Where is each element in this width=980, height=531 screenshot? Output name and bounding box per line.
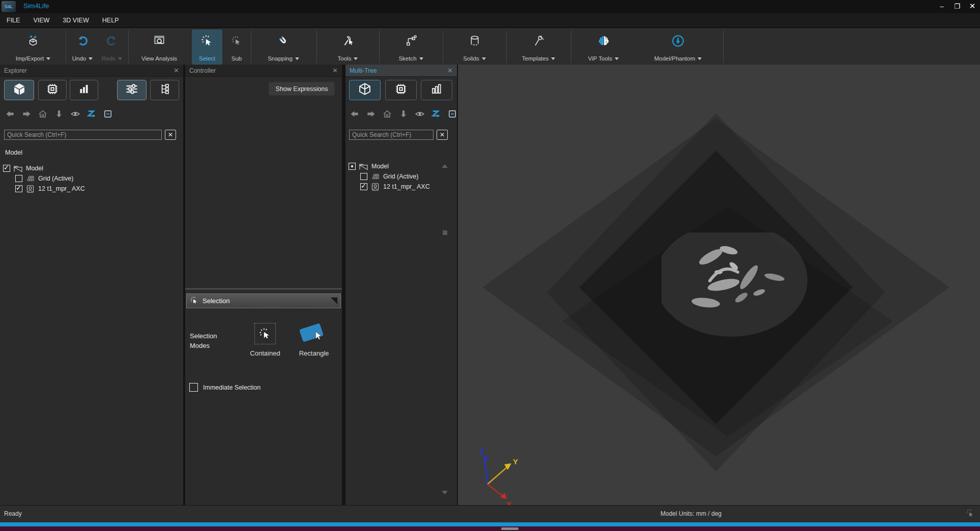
multitree-model-view-button[interactable] — [349, 80, 381, 100]
explorer-hierarchy-view-button[interactable] — [150, 80, 179, 100]
tree-item-grid[interactable]: Grid (Active) — [360, 171, 418, 182]
multi-tree-title: Multi-Tree — [350, 67, 377, 74]
home-icon[interactable] — [38, 109, 48, 119]
sketch-button[interactable]: Sketch — [381, 29, 441, 65]
tree-item-grid[interactable]: Grid (Active) — [15, 173, 73, 184]
tree-item-model[interactable]: Model — [3, 163, 43, 173]
scroll-down-icon[interactable] — [442, 491, 448, 494]
folder-icon — [13, 164, 23, 173]
view-analysis-button[interactable]: View Analysis — [130, 29, 188, 65]
minimize-button[interactable]: – — [934, 0, 949, 12]
status-bar: Ready Model Units: mm / deg — [0, 505, 980, 522]
redo-icon — [106, 34, 118, 48]
collapse-all-icon[interactable] — [447, 109, 457, 119]
imp-export-button[interactable]: Imp/Export — [4, 29, 62, 65]
solids-cylinder-icon — [468, 34, 481, 48]
close-icon[interactable]: ✕ — [332, 67, 338, 74]
explorer-search-input[interactable] — [4, 130, 162, 140]
forward-icon[interactable] — [21, 109, 32, 119]
home-icon[interactable] — [382, 109, 392, 119]
undo-label: Undo — [72, 55, 87, 62]
chevron-down-icon — [482, 57, 486, 60]
bar-chart-icon — [77, 82, 91, 98]
hierarchy-icon — [158, 82, 171, 98]
multi-tree-panel: Multi-Tree✕ ✕ — [345, 65, 457, 505]
selection-mode-contained[interactable]: Contained — [242, 323, 288, 357]
snapping-magnet-icon — [277, 34, 290, 48]
contained-mode-icon — [254, 323, 276, 344]
solids-button[interactable]: Solids — [445, 29, 504, 65]
menu-view[interactable]: VIEW — [26, 17, 56, 24]
multitree-search-input[interactable] — [349, 130, 434, 140]
down-arrow-icon[interactable] — [398, 109, 409, 119]
templates-button[interactable]: Templates — [508, 29, 569, 65]
collapse-all-icon[interactable] — [103, 109, 113, 119]
sketch-label: Sketch — [398, 55, 416, 62]
selection-modes-label: SelectionModes — [190, 331, 217, 350]
axis-z-label: Z — [480, 447, 484, 456]
grid-checkbox[interactable] — [15, 175, 22, 182]
close-icon[interactable]: ✕ — [174, 67, 179, 74]
close-icon[interactable]: ✕ — [447, 67, 453, 74]
sim4life-window: S4L Sim4Life – ❐ ✕ FILE VIEW 3D VIEW HEL… — [0, 0, 980, 531]
mri-structures — [661, 232, 814, 344]
explorer-simulation-view-button[interactable] — [38, 80, 67, 100]
redo-button[interactable]: Redo — [98, 29, 126, 65]
back-icon[interactable] — [350, 109, 360, 119]
visibility-eye-icon[interactable] — [415, 109, 425, 119]
multitree-simulation-view-button[interactable] — [385, 80, 417, 100]
scrollbar-thumb[interactable] — [443, 230, 447, 235]
multitree-analysis-view-button[interactable] — [421, 80, 452, 100]
toolbar-separator — [723, 31, 724, 63]
select-label: Select — [199, 55, 215, 62]
menu-file[interactable]: FILE — [0, 17, 26, 24]
selection-section-header[interactable]: Selection — [186, 293, 341, 308]
3d-viewport[interactable]: Z Y X — [458, 65, 980, 505]
model-checkbox[interactable] — [349, 163, 356, 170]
grid-checkbox[interactable] — [360, 173, 367, 180]
visibility-eye-icon[interactable] — [70, 109, 80, 119]
immediate-selection-row[interactable]: Immediate Selection — [189, 383, 261, 392]
cube-outline-icon — [358, 82, 372, 98]
maximize-button[interactable]: ❐ — [949, 0, 965, 12]
image-checkbox[interactable] — [15, 185, 22, 192]
axis-y-label: Y — [513, 457, 518, 466]
selection-mode-rectangle[interactable]: Rectangle — [291, 323, 337, 357]
menu-help[interactable]: HELP — [96, 17, 126, 24]
vip-tools-label: ViP Tools — [588, 55, 612, 62]
image-checkbox[interactable] — [360, 183, 367, 190]
tools-button[interactable]: Tools — [319, 29, 377, 65]
model-checkbox[interactable] — [3, 165, 10, 172]
multitree-search-clear-button[interactable]: ✕ — [437, 130, 448, 140]
down-arrow-icon[interactable] — [54, 109, 64, 119]
immediate-selection-checkbox[interactable] — [189, 383, 198, 392]
undo-button[interactable]: Undo — [68, 29, 97, 65]
model-phantom-button[interactable]: Model/Phantom — [636, 29, 720, 65]
scroll-up-icon[interactable] — [442, 164, 448, 168]
explorer-settings-view-button[interactable] — [117, 80, 147, 100]
sliders-icon — [125, 82, 139, 98]
explorer-title: Explorer — [4, 67, 27, 74]
explorer-search-clear-button[interactable]: ✕ — [165, 130, 176, 140]
tree-item-image[interactable]: 12 t1_mpr_ AXC — [15, 184, 85, 194]
show-expressions-button[interactable]: Show Expressions — [269, 82, 335, 96]
zoom-to-z-icon[interactable] — [87, 109, 97, 119]
close-button[interactable]: ✕ — [965, 0, 980, 12]
explorer-analysis-view-button[interactable] — [70, 80, 98, 100]
toolbar-separator — [66, 31, 66, 63]
sub-button[interactable]: Sub — [224, 29, 249, 65]
menu-3d-view[interactable]: 3D VIEW — [56, 17, 95, 24]
forward-icon[interactable] — [366, 109, 376, 119]
toolbar-separator — [571, 31, 571, 63]
select-button[interactable]: Select — [192, 29, 222, 65]
back-icon[interactable] — [5, 109, 15, 119]
tree-item-label: 12 t1_mpr_ AXC — [383, 183, 430, 190]
tree-item-model[interactable]: Model — [349, 161, 389, 171]
explorer-model-view-button[interactable] — [4, 80, 34, 100]
snapping-button[interactable]: Snapping — [253, 29, 314, 65]
zoom-to-z-icon[interactable] — [431, 109, 441, 119]
grid-icon — [370, 172, 380, 181]
tree-item-image[interactable]: 12 t1_mpr_ AXC — [360, 182, 430, 192]
vip-tools-button[interactable]: ViP Tools — [573, 29, 634, 65]
chevron-down-icon — [419, 57, 423, 60]
